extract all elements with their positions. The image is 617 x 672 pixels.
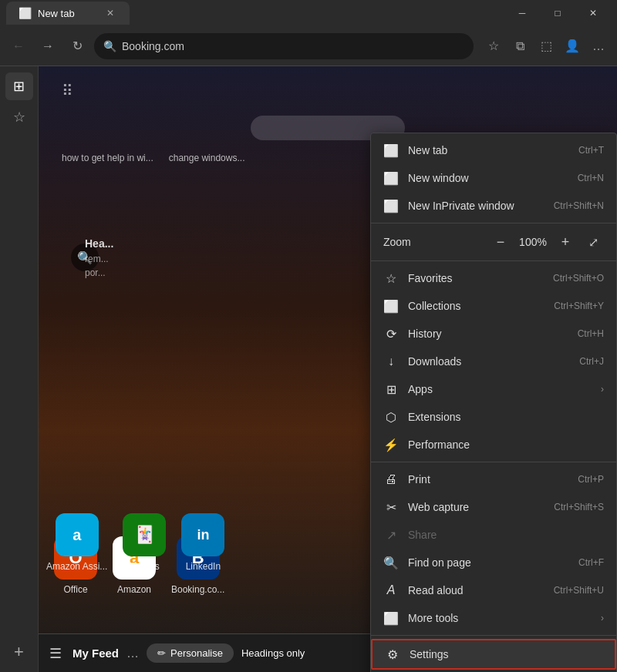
performance-icon: ⚡ bbox=[383, 437, 399, 452]
dropdown-menu: ⬜ New tab Ctrl+T ⬜ New window Ctrl+N ⬜ N… bbox=[370, 133, 617, 672]
quick-link-booking-label: Booking.co... bbox=[171, 584, 224, 595]
apps-grid-icon[interactable]: ⠿ bbox=[62, 82, 73, 100]
collections-shortcut: Ctrl+Shift+Y bbox=[554, 301, 604, 311]
more-options-button[interactable]: … bbox=[586, 34, 611, 59]
menu-item-downloads-label: Downloads bbox=[408, 355, 570, 368]
forward-button[interactable]: → bbox=[35, 34, 60, 59]
apps-arrow-icon: › bbox=[601, 384, 604, 395]
favorites-icon: ☆ bbox=[383, 270, 399, 286]
menu-item-history-label: History bbox=[408, 328, 568, 340]
active-tab[interactable]: ⬜ New tab ✕ bbox=[6, 2, 130, 25]
back-button[interactable]: ← bbox=[6, 34, 31, 59]
sidebar-tabs-button[interactable]: ⊞ bbox=[5, 72, 33, 100]
menu-item-find-label: Find on page bbox=[408, 556, 569, 569]
print-shortcut: Ctrl+P bbox=[578, 474, 604, 485]
downloads-icon: ↓ bbox=[383, 354, 399, 369]
menu-item-collections[interactable]: ⬜ Collections Ctrl+Shift+Y bbox=[371, 292, 616, 320]
zoom-row: Zoom − 100% + ⤢ bbox=[371, 227, 616, 257]
sidebar: ⊞ ☆ + bbox=[0, 66, 39, 672]
sidebar-add-button[interactable]: + bbox=[5, 638, 33, 666]
print-icon: 🖨 bbox=[383, 472, 399, 487]
menu-item-readaloud-label: Read aloud bbox=[408, 584, 545, 596]
readaloud-icon: A bbox=[383, 583, 399, 598]
settings-icon: ⚙ bbox=[385, 647, 400, 662]
new-tab-shortcut: Ctrl+T bbox=[578, 145, 604, 156]
menu-item-share: ↗ Share bbox=[371, 521, 616, 549]
tab-close-button[interactable]: ✕ bbox=[103, 6, 117, 20]
tab-label: New tab bbox=[38, 8, 75, 19]
menu-item-webcapture[interactable]: ✂ Web capture Ctrl+Shift+S bbox=[371, 493, 616, 521]
inprivate-icon: ⬜ bbox=[383, 198, 399, 213]
quick-link-amazon-asst[interactable]: a Amazon Assi... bbox=[46, 513, 107, 572]
sidebar-favorites-button[interactable]: ☆ bbox=[5, 103, 33, 131]
collections-icon[interactable]: ⬚ bbox=[534, 34, 558, 59]
title-bar: ⬜ New tab ✕ ─ □ ✕ bbox=[0, 0, 617, 26]
split-screen-icon[interactable]: ⧉ bbox=[507, 34, 532, 59]
quick-link-amazon-label: Amazon bbox=[117, 584, 151, 595]
amazon-asst-icon: a bbox=[56, 513, 99, 556]
menu-item-print[interactable]: 🖨 Print Ctrl+P bbox=[371, 465, 616, 493]
history-shortcut: Ctrl+H bbox=[578, 328, 604, 339]
find-icon: 🔍 bbox=[383, 555, 399, 570]
menu-item-apps[interactable]: ⊞ Apps › bbox=[371, 375, 616, 403]
profile-icon[interactable]: 👤 bbox=[560, 34, 585, 59]
address-input-wrapper: 🔍 bbox=[94, 33, 474, 59]
menu-item-readaloud[interactable]: A Read aloud Ctrl+Shift+U bbox=[371, 576, 616, 604]
menu-item-settings[interactable]: ⚙ Settings bbox=[371, 639, 616, 670]
zoom-fullscreen-button[interactable]: ⤢ bbox=[582, 231, 604, 253]
menu-item-settings-label: Settings bbox=[410, 648, 602, 660]
main-content: ⠿ how to get help in wi... change window… bbox=[39, 66, 617, 672]
games-icon: 🃏 bbox=[123, 513, 166, 556]
quick-link-amazon-asst-label: Amazon Assi... bbox=[46, 561, 107, 572]
recent-searches: how to get help in wi... change windows.… bbox=[62, 153, 244, 163]
menu-item-extensions-label: Extensions bbox=[408, 411, 604, 423]
zoom-increase-button[interactable]: + bbox=[555, 231, 576, 253]
refresh-button[interactable]: ↻ bbox=[65, 34, 89, 59]
menu-divider-1 bbox=[371, 223, 616, 223]
quick-link-games[interactable]: 🃏 Games bbox=[123, 513, 166, 572]
menu-item-moretools[interactable]: ⬜ More tools › bbox=[371, 604, 616, 632]
news-headline: Hea... rem... por... bbox=[85, 236, 362, 280]
quick-link-office-label: Office bbox=[63, 584, 87, 595]
menu-item-new-tab[interactable]: ⬜ New tab Ctrl+T bbox=[371, 136, 616, 164]
menu-item-extensions[interactable]: ⬡ Extensions bbox=[371, 403, 616, 431]
menu-item-print-label: Print bbox=[408, 473, 568, 486]
menu-item-apps-label: Apps bbox=[408, 383, 592, 395]
close-button[interactable]: ✕ bbox=[575, 0, 611, 26]
pencil-icon: ✏ bbox=[157, 647, 166, 659]
menu-item-inprivate-label: New InPrivate window bbox=[408, 200, 545, 212]
menu-item-favorites[interactable]: ☆ Favorites Ctrl+Shift+O bbox=[371, 264, 616, 292]
window-controls: ─ □ ✕ bbox=[504, 0, 611, 26]
feed-options-button[interactable]: … bbox=[126, 647, 139, 660]
personalise-button[interactable]: ✏ Personalise bbox=[147, 643, 234, 663]
menu-item-new-window[interactable]: ⬜ New window Ctrl+N bbox=[371, 164, 616, 192]
maximize-button[interactable]: □ bbox=[540, 0, 575, 26]
menu-item-new-inprivate[interactable]: ⬜ New InPrivate window Ctrl+Shift+N bbox=[371, 192, 616, 220]
hamburger-menu-button[interactable]: ☰ bbox=[46, 642, 65, 665]
menu-item-downloads[interactable]: ↓ Downloads Ctrl+J bbox=[371, 348, 616, 375]
address-input[interactable] bbox=[94, 33, 474, 59]
menu-item-new-tab-label: New tab bbox=[408, 144, 569, 156]
moretools-arrow-icon: › bbox=[601, 613, 604, 623]
menu-divider-2 bbox=[371, 260, 616, 261]
personalise-label: Personalise bbox=[170, 647, 223, 659]
favorites-star-icon[interactable]: ☆ bbox=[481, 34, 506, 59]
zoom-decrease-button[interactable]: − bbox=[490, 231, 511, 253]
minimize-button[interactable]: ─ bbox=[504, 0, 540, 26]
my-feed-label: My Feed bbox=[72, 647, 119, 660]
apps-icon: ⊞ bbox=[383, 381, 399, 397]
address-icons: ☆ ⧉ ⬚ 👤 … bbox=[481, 34, 611, 59]
collections-menu-icon: ⬜ bbox=[383, 298, 399, 314]
quick-links-row2: a Amazon Assi... 🃏 Games in LinkedIn bbox=[46, 513, 224, 572]
favorites-shortcut: Ctrl+Shift+O bbox=[553, 273, 604, 284]
zoom-value: 100% bbox=[518, 236, 548, 248]
menu-item-history[interactable]: ⟳ History Ctrl+H bbox=[371, 320, 616, 348]
tab-area: ⬜ New tab ✕ bbox=[6, 2, 504, 25]
inprivate-shortcut: Ctrl+Shift+N bbox=[554, 200, 604, 211]
menu-item-performance[interactable]: ⚡ Performance bbox=[371, 431, 616, 459]
menu-item-webcapture-label: Web capture bbox=[408, 501, 545, 513]
headings-only-label: Headings only bbox=[241, 647, 305, 659]
menu-item-favorites-label: Favorites bbox=[408, 272, 544, 284]
quick-link-linkedin[interactable]: in LinkedIn bbox=[181, 513, 224, 572]
menu-item-find[interactable]: 🔍 Find on page Ctrl+F bbox=[371, 549, 616, 576]
